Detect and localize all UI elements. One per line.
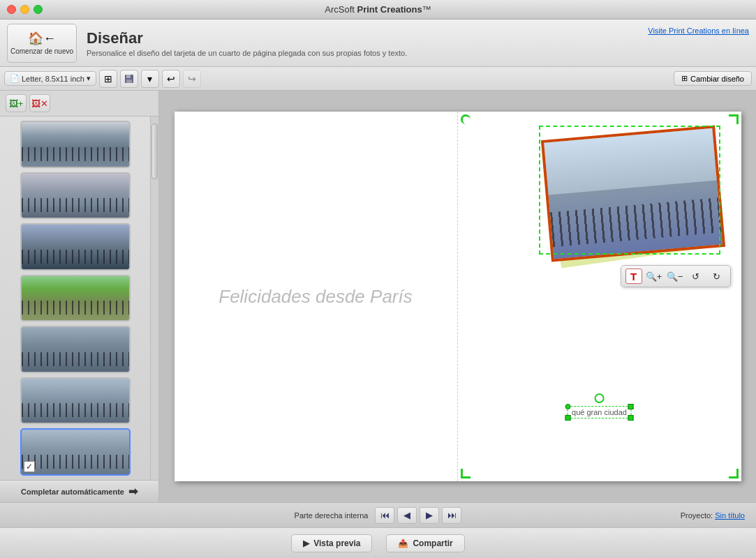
zoom-in-button[interactable]: 🔍+ — [645, 268, 663, 285]
list-item[interactable] — [20, 377, 131, 425]
prev-page-button[interactable]: ◀ — [397, 507, 417, 524]
visit-link[interactable]: Visite Print Creations en línea — [648, 27, 749, 35]
corner-marker-tr — [729, 114, 739, 124]
rotate-right-button[interactable]: ↻ — [708, 268, 726, 285]
list-item[interactable]: ✓ — [20, 428, 131, 476]
preview-button[interactable]: ▶ Vista previa — [291, 534, 372, 552]
minimize-button[interactable] — [20, 5, 29, 14]
list-item[interactable] — [20, 172, 131, 220]
next-page-button[interactable]: ▶ — [420, 507, 439, 524]
header: 🏠← Comenzar de nuevo Diseñar Personalice… — [0, 20, 756, 67]
project-name-link[interactable]: Sin título — [715, 511, 745, 520]
page-subtitle: Personalice el diseño del tarjeta de un … — [87, 49, 749, 57]
rotation-handle[interactable] — [595, 393, 605, 403]
photo-figures — [549, 198, 720, 248]
page-section-label: Parte derecha interna — [295, 511, 369, 520]
add-photo-button[interactable]: 🖼+ — [6, 94, 27, 112]
save-dropdown[interactable]: ▾ — [141, 70, 159, 88]
share-button[interactable]: 📤 Compartir — [386, 534, 464, 552]
left-page-half: Felicidades desde París — [175, 112, 458, 481]
photo-list: ✓ — [0, 116, 150, 480]
home-button[interactable]: 🏠← Comenzar de nuevo — [7, 24, 77, 63]
titlebar: ArcSoft Print Creations™ — [0, 0, 756, 20]
zoom-out-button[interactable]: 🔍− — [666, 268, 684, 285]
text-box[interactable]: qué gran ciudad — [567, 406, 632, 418]
sidebar-toolbar: 🖼+ 🖼✕ — [0, 91, 158, 116]
corner-marker-bl — [461, 469, 470, 478]
document-icon: 📄 — [10, 74, 20, 83]
add-icon: 🖼+ — [9, 98, 24, 109]
list-item[interactable] — [20, 326, 131, 373]
change-design-button[interactable]: ⊞ Cambiar diseño — [674, 71, 752, 86]
toolbar: 📄 Letter, 8.5x11 inch ▾ ⊞ ▾ ↩ ↪ ⊞ Cambia… — [0, 67, 756, 91]
rotate-left-button[interactable]: ↺ — [687, 268, 705, 285]
svg-rect-1 — [126, 75, 131, 78]
main-photo[interactable] — [540, 125, 725, 262]
first-page-button[interactable]: ⏮ — [375, 507, 394, 524]
corner-marker-tl — [461, 114, 470, 124]
svg-rect-2 — [126, 80, 132, 83]
resize-handle-tr[interactable] — [628, 404, 634, 409]
canvas-area[interactable]: Felicidades desde París — [159, 91, 756, 502]
grid-icon: ⊞ — [681, 74, 688, 83]
page-canvas: Felicidades desde París — [175, 112, 741, 481]
action-bar: ▶ Vista previa 📤 Compartir — [0, 527, 756, 558]
project-info: Proyecto: Sin título — [681, 511, 745, 520]
main-content: 🖼+ 🖼✕ — [0, 91, 756, 502]
close-button[interactable] — [7, 5, 16, 14]
auto-complete-label: Completar automáticamente — [21, 488, 124, 496]
redo-button[interactable]: ↪ — [183, 70, 201, 88]
home-label: Comenzar de nuevo — [10, 47, 73, 55]
play-icon: ▶ — [303, 538, 309, 548]
list-item[interactable] — [20, 223, 131, 271]
remove-photo-button[interactable]: 🖼✕ — [29, 94, 50, 112]
text-element[interactable]: qué gran ciudad — [567, 393, 632, 418]
sidebar-inner: ✓ — [0, 116, 158, 480]
auto-complete-icon: ➡ — [128, 485, 138, 498]
photo-check: ✓ — [24, 461, 35, 472]
maximize-button[interactable] — [34, 5, 43, 14]
share-icon: 📤 — [398, 538, 408, 548]
list-item[interactable] — [20, 121, 131, 168]
resize-button[interactable]: ⊞ — [99, 70, 117, 88]
right-page-half: T 🔍+ 🔍− ↺ ↻ qué gran ciudad — [458, 112, 741, 481]
text-content: qué gran ciudad — [572, 408, 627, 416]
float-toolbar: T 🔍+ 🔍− ↺ ↻ — [621, 265, 731, 287]
list-item[interactable] — [20, 275, 131, 322]
home-icon: 🏠← — [28, 31, 56, 46]
text-format-button[interactable]: T — [625, 269, 642, 284]
corner-marker-br — [729, 469, 739, 478]
page-main-text: Felicidades desde París — [218, 286, 412, 308]
resize-handle-bl[interactable] — [565, 415, 570, 421]
undo-button[interactable]: ↩ — [162, 70, 180, 88]
remove-icon: 🖼✕ — [31, 98, 48, 109]
paper-size-selector[interactable]: 📄 Letter, 8.5x11 inch ▾ — [4, 71, 96, 86]
last-page-button[interactable]: ⏭ — [442, 507, 461, 524]
resize-handle-br[interactable] — [628, 415, 634, 421]
dropdown-icon: ▾ — [87, 74, 91, 83]
save-button[interactable] — [120, 70, 138, 88]
sidebar: 🖼+ 🖼✕ — [0, 91, 159, 502]
photo-container[interactable] — [539, 126, 734, 265]
app-title: ArcSoft Print Creations™ — [325, 4, 431, 15]
sidebar-scrollbar[interactable] — [150, 116, 158, 480]
window-controls[interactable] — [7, 5, 43, 14]
resize-handle-tl[interactable] — [565, 404, 570, 409]
page-navigation: Parte derecha interna ⏮ ◀ ▶ ⏭ Proyecto: … — [0, 502, 756, 527]
auto-complete-button[interactable]: Completar automáticamente ➡ — [0, 480, 158, 502]
